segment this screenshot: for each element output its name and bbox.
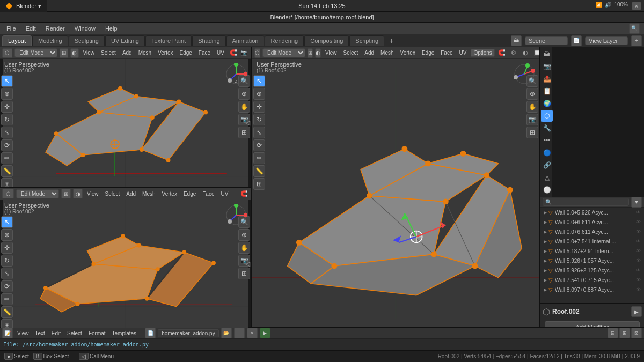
- rv-xray-icon[interactable]: 🔲: [532, 48, 539, 58]
- bl-transform-tool[interactable]: ⟳: [1, 280, 13, 292]
- menu-edit[interactable]: Edit: [21, 24, 40, 33]
- tl-camera-icon[interactable]: 📷: [239, 48, 249, 58]
- bl-select-menu[interactable]: Select: [103, 190, 122, 197]
- bl-scale-tool[interactable]: ⤡: [1, 268, 13, 279]
- rv-overlay-icon[interactable]: ◐: [521, 48, 530, 58]
- tab-texture-paint[interactable]: Texture Paint: [145, 35, 192, 46]
- bl-cursor-tool[interactable]: ⊕: [1, 229, 13, 241]
- props-tab-physics[interactable]: 🔵: [541, 147, 553, 159]
- bl-grid-btn[interactable]: ⊞: [238, 268, 250, 279]
- bl-annotate-tool[interactable]: ✏: [1, 293, 13, 305]
- bl-view-menu[interactable]: View: [85, 190, 101, 197]
- bl-magnet-icon[interactable]: 🧲: [239, 189, 249, 198]
- right-viewport[interactable]: ⬡ Edit Mode Object Mode ⊞ ◐ View Select …: [252, 47, 539, 327]
- tl-add-menu[interactable]: Add: [120, 49, 134, 56]
- rv-zoom-btn[interactable]: ⊕: [526, 88, 538, 100]
- rv-add-menu[interactable]: Add: [362, 49, 376, 56]
- bl-vertex-menu[interactable]: Vertex: [160, 190, 179, 197]
- rv-select-tool[interactable]: ↖: [253, 75, 265, 87]
- rv-mode-select[interactable]: Edit Mode Object Mode: [262, 48, 305, 57]
- tab-shading[interactable]: Shading: [192, 35, 225, 46]
- outliner-item-4[interactable]: ▶▽ Wall 0.0+7.541 Internal ... 👁: [540, 237, 644, 246]
- rv-move-tool[interactable]: ✛: [253, 101, 265, 113]
- outliner-item-5[interactable]: ▶▽ Wall 5.187+2.91 Intern... 👁: [540, 246, 644, 256]
- rv-extra-tool[interactable]: ⊞: [253, 178, 265, 190]
- text-format-menu[interactable]: Format: [86, 330, 108, 337]
- tl-gizmo[interactable]: Z: [225, 63, 247, 85]
- text-templates-menu[interactable]: Templates: [110, 330, 139, 337]
- bl-mesh-menu[interactable]: Mesh: [140, 190, 157, 197]
- tl-cursor-tool[interactable]: ⊕: [1, 88, 13, 100]
- add-workspace-button[interactable]: +: [385, 35, 398, 47]
- tl-zoom-btn[interactable]: ⊕: [238, 88, 250, 100]
- tl-grid-btn[interactable]: ⊞: [238, 127, 250, 138]
- tab-rendering[interactable]: Rendering: [265, 35, 304, 46]
- tl-select-tool[interactable]: ↖: [1, 75, 13, 87]
- outliner-item-2[interactable]: ▶▽ Wall 0.0+6.611 Acyc... 👁: [540, 217, 644, 227]
- tab-animation[interactable]: Animation: [226, 35, 265, 46]
- right-viewport-body[interactable]: User Perspective (1) Roof.002 ↖ ⊕ ✛ ↻ ⤡ …: [252, 59, 539, 327]
- bl-select-tool[interactable]: ↖: [1, 216, 13, 228]
- text-new-btn[interactable]: +: [234, 328, 245, 338]
- top-left-viewport-body[interactable]: User Perspective (1) Roof.002 ↖ ⊕ ✛ ↻ ⤡ …: [0, 59, 251, 187]
- outliner-item-1[interactable]: ▶▽ Wall 0.0+5.926 Acyc... 👁: [540, 208, 644, 217]
- tl-viewport-type-icon[interactable]: ⬡: [2, 48, 12, 58]
- bottom-left-viewport-body[interactable]: User Perspective (1) Roof.002 ↖ ⊕ ✛ ↻ ⤡ …: [0, 200, 251, 328]
- props-tab-object[interactable]: ⬡: [541, 110, 553, 122]
- bl-add-menu[interactable]: Add: [124, 190, 138, 197]
- rv-measure-tool[interactable]: 📏: [253, 165, 265, 177]
- tl-vertex-menu[interactable]: Vertex: [156, 49, 175, 56]
- add-scene-btn[interactable]: +: [631, 35, 642, 46]
- text-open-btn[interactable]: 📂: [221, 328, 232, 338]
- view-layer-icon[interactable]: 📄: [571, 35, 582, 46]
- tab-sculpting[interactable]: Sculpting: [69, 35, 105, 46]
- tab-modeling[interactable]: Modeling: [32, 35, 68, 46]
- outliner-search-input[interactable]: [543, 198, 629, 206]
- props-tab-output[interactable]: 📤: [541, 73, 553, 85]
- rv-view-menu[interactable]: View: [323, 49, 339, 56]
- rv-select-menu[interactable]: Select: [341, 49, 361, 56]
- tab-compositing[interactable]: Compositing: [304, 35, 349, 46]
- tl-uv-menu[interactable]: UV: [215, 49, 226, 56]
- outliner-item-6[interactable]: ▶▽ Wall 5.926+1.057 Acyc... 👁: [540, 256, 644, 265]
- view-layer-input[interactable]: [585, 36, 628, 45]
- rv-camera2-btn[interactable]: 📷: [526, 114, 538, 125]
- rv-face-menu[interactable]: Face: [438, 49, 455, 56]
- menu-window[interactable]: Window: [70, 24, 100, 33]
- rv-extras-icon[interactable]: ⚙: [509, 48, 518, 58]
- tl-face-menu[interactable]: Face: [196, 49, 213, 56]
- bl-display-mode[interactable]: ⊞: [61, 189, 71, 198]
- text-layout-2-btn[interactable]: ⊞: [619, 328, 630, 338]
- menu-render[interactable]: Render: [41, 24, 69, 33]
- text-text-menu[interactable]: Text: [33, 330, 47, 337]
- bl-uv-menu[interactable]: UV: [219, 190, 231, 197]
- tab-uv-editing[interactable]: UV Editing: [105, 35, 145, 46]
- rv-annotate-tool[interactable]: ✏: [253, 152, 265, 164]
- rv-edge-menu[interactable]: Edge: [420, 49, 436, 56]
- bl-gizmo[interactable]: [225, 204, 247, 226]
- tl-measure-tool[interactable]: 📏: [1, 165, 13, 177]
- bl-pan-btn[interactable]: ✋: [238, 242, 250, 254]
- props-tab-world[interactable]: 🌍: [541, 98, 553, 109]
- props-tab-viewlayer[interactable]: 📋: [541, 85, 553, 97]
- scene-icon-btn[interactable]: 🏔: [511, 35, 522, 46]
- rv-options-btn[interactable]: Options: [471, 49, 494, 57]
- rv-uv-menu[interactable]: UV: [457, 49, 469, 56]
- text-edit-menu[interactable]: Edit: [49, 330, 63, 337]
- prop-expand-btn[interactable]: ▶: [631, 306, 642, 317]
- rv-rotate-tool[interactable]: ↻: [253, 114, 265, 125]
- rv-mesh-menu[interactable]: Mesh: [378, 49, 396, 56]
- rv-grid-btn[interactable]: ⊞: [526, 127, 538, 138]
- text-file-icon[interactable]: 📄: [145, 328, 156, 338]
- outliner-filter-btn[interactable]: ▼: [631, 197, 642, 208]
- text-run-btn[interactable]: ▶: [260, 328, 270, 338]
- bl-face-menu[interactable]: Face: [200, 190, 216, 197]
- tl-view-menu[interactable]: View: [81, 49, 97, 56]
- tl-display-mode[interactable]: ⊞: [60, 48, 68, 58]
- tl-select-menu[interactable]: Select: [99, 49, 118, 56]
- props-tab-material[interactable]: ⚪: [541, 184, 553, 196]
- menu-file[interactable]: File: [2, 24, 20, 33]
- add-modifier-button[interactable]: Add Modifier: [545, 321, 640, 327]
- tl-shading-btn[interactable]: ◐: [70, 48, 79, 58]
- text-layout-1-btn[interactable]: ⊟: [608, 328, 618, 338]
